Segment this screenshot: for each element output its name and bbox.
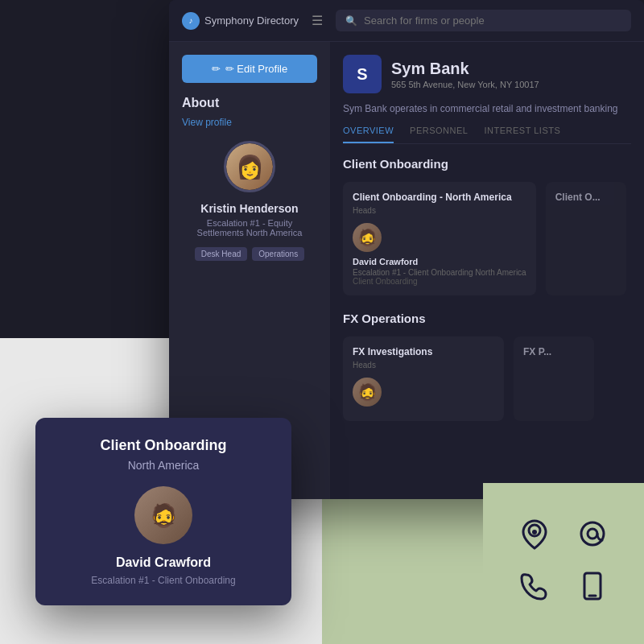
section-fx-operations: FX Operations (343, 312, 631, 325)
tab-interest-lists[interactable]: INTEREST LISTS (484, 126, 560, 143)
firm-name: Sym Bank (391, 60, 539, 78)
tab-overview[interactable]: OVERVIEW (343, 126, 394, 143)
person-role: Escalation #1 - Client Onboarding North … (353, 268, 526, 277)
svg-point-1 (532, 530, 537, 535)
view-profile-link[interactable]: View profile (182, 117, 317, 128)
card-fx-investigations: FX Investigations Heads 🧔 (343, 336, 504, 421)
tabs: OVERVIEW PERSONNEL INTEREST LISTS (343, 126, 631, 144)
cards-row-onboarding: Client Onboarding - North America Heads … (343, 182, 631, 295)
svg-point-3 (588, 529, 597, 539)
avatar-container: 👩 (182, 141, 317, 192)
floating-card: Client Onboarding North America 🧔 David … (35, 418, 291, 605)
firm-address: 565 5th Avenue, New York, NY 10017 (391, 80, 539, 89)
app-header: ♪ Symphony Directory ☰ 🔍 (169, 0, 644, 42)
location-icon (518, 518, 551, 557)
app-logo: ♪ Symphony Directory (182, 12, 299, 30)
fx-card-subtitle: Heads (353, 361, 494, 369)
card-title-2: Client O... (555, 192, 617, 203)
floating-person-role: Escalation #1 - Client Onboarding (55, 575, 272, 586)
floating-avatar: 🧔 (134, 486, 192, 544)
search-input[interactable] (364, 14, 621, 27)
fx-avatar-placeholder: 🧔 (353, 378, 382, 407)
person-name: David Crawford (353, 257, 526, 266)
phone-icon (518, 570, 551, 609)
card-fx-2: FX P... (514, 336, 594, 421)
tag-operations: Operations (252, 247, 304, 261)
floating-person-name: David Crawford (55, 555, 272, 570)
card-onboarding-north-america: Client Onboarding - North America Heads … (343, 182, 536, 295)
fx-card-title-2: FX P... (523, 346, 584, 357)
tag-desk-head: Desk Head (195, 247, 247, 261)
email-icon (576, 518, 609, 557)
fx-person-avatar: 🧔 (353, 378, 382, 407)
logo-icon: ♪ (182, 12, 200, 30)
card-title: Client Onboarding - North America (353, 192, 526, 203)
user-tags: Desk Head Operations (182, 247, 317, 261)
edit-profile-label: ✏ Edit Profile (225, 63, 287, 75)
cards-row-fx: FX Investigations Heads 🧔 FX P... (343, 336, 631, 421)
floating-sub: North America (55, 459, 272, 472)
person-avatar: 🧔 (353, 223, 382, 252)
icons-row-bottom (518, 570, 609, 609)
firm-logo: S (343, 55, 382, 93)
floating-dept: Client Onboarding (55, 437, 272, 454)
card-subtitle: Heads (353, 206, 526, 215)
person-dept: Client Onboarding (353, 277, 526, 286)
tab-personnel[interactable]: PERSONNEL (410, 126, 468, 143)
edit-profile-button[interactable]: ✏ ✏ Edit Profile (182, 55, 317, 83)
app-name: Symphony Directory (204, 14, 299, 27)
icons-panel (483, 483, 644, 644)
user-name: Kristin Henderson (182, 202, 317, 215)
about-section: About View profile 👩 Kristin Henderson E… (182, 96, 317, 261)
search-icon: 🔍 (345, 15, 357, 27)
firm-header: S Sym Bank 565 5th Avenue, New York, NY … (343, 55, 631, 93)
card-onboarding-2: Client O... (546, 182, 626, 295)
mobile-icon (576, 570, 609, 609)
user-role: Escalation #1 - EquitySettlements North … (182, 218, 317, 237)
svg-point-2 (581, 522, 604, 545)
about-title: About (182, 96, 317, 110)
user-avatar: 👩 (224, 141, 275, 192)
floating-avatar-inner: 🧔 (134, 486, 192, 544)
menu-button[interactable]: ☰ (308, 10, 326, 31)
avatar-placeholder: 🧔 (353, 223, 382, 252)
search-bar: 🔍 (336, 10, 631, 31)
section-client-onboarding: Client Onboarding (343, 157, 631, 171)
fx-card-title: FX Investigations (353, 346, 494, 357)
avatar-image: 👩 (226, 143, 273, 190)
firm-description: Sym Bank operates in commercial retail a… (343, 103, 631, 114)
icons-row-top (518, 518, 609, 557)
edit-icon: ✏ (212, 63, 221, 75)
main-content: S Sym Bank 565 5th Avenue, New York, NY … (330, 42, 644, 499)
firm-info: Sym Bank 565 5th Avenue, New York, NY 10… (391, 60, 539, 89)
